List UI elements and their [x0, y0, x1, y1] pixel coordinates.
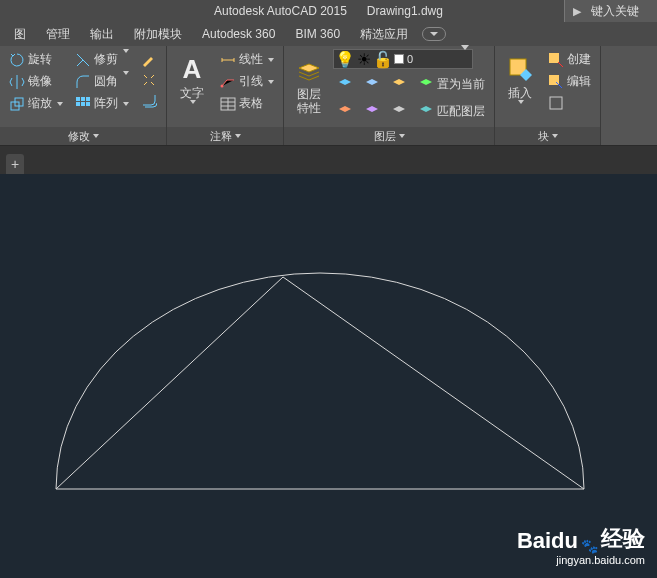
offset-icon — [141, 93, 157, 109]
layer-on-icon — [364, 103, 380, 119]
watermark-url: jingyan.baidu.com — [517, 554, 645, 566]
fillet-button[interactable]: 圆角 — [71, 71, 133, 92]
explode-button[interactable] — [137, 70, 161, 90]
document-name: Drawing1.dwg — [367, 4, 443, 18]
panel-layers: 图层 特性 💡 ☀ 🔓 0 置为当前 — [284, 46, 495, 145]
scale-button[interactable]: 缩放 — [5, 93, 67, 114]
new-file-tab[interactable]: + — [6, 154, 24, 174]
watermark: Baidu🐾经验 jingyan.baidu.com — [517, 524, 645, 566]
rotate-icon — [9, 52, 25, 68]
panel-layers-title[interactable]: 图层 — [284, 127, 494, 145]
layer-on-button[interactable] — [360, 101, 384, 121]
panel-block: 插入 创建 编辑 块 — [495, 46, 601, 145]
edit-block-icon — [548, 74, 564, 90]
layer-lock-icon — [391, 76, 407, 92]
table-icon — [220, 96, 236, 112]
text-icon: A — [178, 55, 206, 83]
file-tab-bar: + — [0, 146, 657, 174]
make-current-icon — [418, 76, 434, 92]
layer-off-icon — [337, 76, 353, 92]
tab-bim360[interactable]: BIM 360 — [285, 24, 350, 44]
layer-iso-icon — [337, 103, 353, 119]
layer-props-icon — [295, 58, 323, 86]
drawing-canvas[interactable] — [0, 174, 657, 578]
layer-freeze-button[interactable] — [360, 74, 384, 94]
scale-icon — [9, 96, 25, 112]
layer-thaw-icon — [391, 103, 407, 119]
svg-rect-2 — [76, 97, 80, 101]
svg-rect-13 — [550, 97, 562, 109]
stretch-button[interactable] — [137, 49, 161, 69]
panel-annotate-title[interactable]: 注释 — [167, 127, 283, 145]
tab-a360[interactable]: Autodesk 360 — [192, 24, 285, 44]
text-button[interactable]: A 文字 — [170, 49, 214, 124]
tab-featured[interactable]: 精选应用 — [350, 23, 418, 46]
table-button[interactable]: 表格 — [216, 93, 278, 114]
trim-button[interactable]: 修剪 — [71, 49, 133, 70]
lightbulb-icon: 💡 — [337, 51, 353, 67]
leader-icon — [220, 74, 236, 90]
layer-lock-button[interactable] — [387, 74, 411, 94]
edit-block-button[interactable]: 编辑 — [544, 71, 595, 92]
block-attr-button[interactable] — [544, 93, 595, 113]
svg-rect-7 — [86, 102, 90, 106]
tab-addon[interactable]: 附加模块 — [124, 23, 192, 46]
app-name: Autodesk AutoCAD 2015 — [214, 4, 347, 18]
mirror-button[interactable]: 镜像 — [5, 71, 67, 92]
tab-view[interactable]: 图 — [4, 23, 36, 46]
tab-manage[interactable]: 管理 — [36, 23, 80, 46]
insert-block-icon — [506, 55, 534, 83]
svg-rect-11 — [549, 53, 559, 63]
explode-icon — [141, 72, 157, 88]
create-block-button[interactable]: 创建 — [544, 49, 595, 70]
array-button[interactable]: 阵列 — [71, 93, 133, 114]
layer-combo[interactable]: 💡 ☀ 🔓 0 — [333, 49, 473, 69]
insert-block-button[interactable]: 插入 — [498, 49, 542, 124]
layer-off-button[interactable] — [333, 74, 357, 94]
keyword-search[interactable]: ▶ 键入关键 — [564, 0, 657, 22]
match-layer-icon — [418, 103, 434, 119]
tab-output[interactable]: 输出 — [80, 23, 124, 46]
layer-thaw-button[interactable] — [387, 101, 411, 121]
chevron-down-icon — [461, 50, 469, 68]
panel-modify-title[interactable]: 修改 — [0, 127, 166, 145]
svg-rect-6 — [81, 102, 85, 106]
svg-line-16 — [283, 277, 584, 489]
make-current-button[interactable]: 置为当前 — [414, 74, 489, 95]
rotate-button[interactable]: 旋转 — [5, 49, 67, 70]
match-layer-button[interactable]: 匹配图层 — [414, 101, 489, 122]
panel-block-title[interactable]: 块 — [495, 127, 600, 145]
array-icon — [75, 96, 91, 112]
fillet-icon — [75, 74, 91, 90]
layer-color-swatch — [394, 54, 404, 64]
create-block-icon — [548, 52, 564, 68]
layer-current-name: 0 — [407, 53, 458, 65]
trim-icon — [75, 52, 91, 68]
ribbon: 旋转 镜像 缩放 修剪 圆角 阵列 修改 A 文字 线性 — [0, 46, 657, 146]
sun-icon: ☀ — [356, 51, 372, 67]
panel-modify: 旋转 镜像 缩放 修剪 圆角 阵列 修改 — [0, 46, 167, 145]
block-attr-icon — [548, 95, 564, 111]
paw-icon: 🐾 — [581, 538, 598, 554]
linear-dim-icon — [220, 52, 236, 68]
pencil-icon — [141, 51, 157, 67]
layer-props-button[interactable]: 图层 特性 — [287, 49, 331, 124]
ribbon-collapse-button[interactable] — [422, 27, 446, 41]
svg-rect-5 — [76, 102, 80, 106]
panel-annotate: A 文字 线性 引线 表格 注释 — [167, 46, 284, 145]
mirror-icon — [9, 74, 25, 90]
ribbon-tabs: 图 管理 输出 附加模块 Autodesk 360 BIM 360 精选应用 — [0, 22, 657, 46]
svg-rect-4 — [86, 97, 90, 101]
lock-icon: 🔓 — [375, 51, 391, 67]
title-bar: Autodesk AutoCAD 2015 Drawing1.dwg ▶ 键入关… — [0, 0, 657, 22]
svg-point-8 — [221, 84, 224, 87]
offset-button[interactable] — [137, 91, 161, 111]
layer-iso-button[interactable] — [333, 101, 357, 121]
svg-rect-3 — [81, 97, 85, 101]
leader-button[interactable]: 引线 — [216, 71, 278, 92]
layer-freeze-icon — [364, 76, 380, 92]
linear-dim-button[interactable]: 线性 — [216, 49, 278, 70]
